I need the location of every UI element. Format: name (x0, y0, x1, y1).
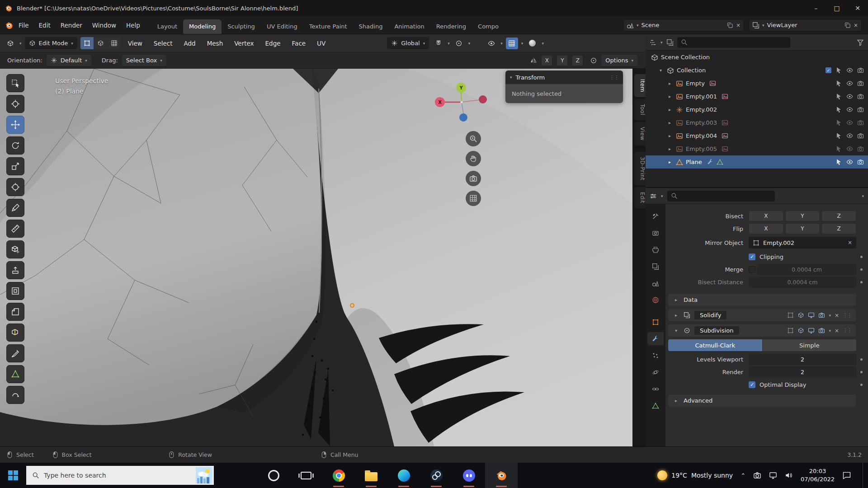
render-toggle-icon[interactable] (818, 327, 825, 334)
delete-modifier-icon[interactable]: × (835, 328, 839, 334)
tab-output[interactable] (647, 243, 664, 256)
menu-uv[interactable]: UV (313, 40, 330, 47)
tray-expand-chevron-icon[interactable]: ⌃ (741, 472, 745, 479)
on-cage-toggle-icon[interactable] (787, 312, 794, 319)
tab-rendering[interactable]: Rendering (430, 19, 472, 34)
expand-arrow-icon[interactable]: ▸ (666, 160, 673, 164)
meet-now-camera-icon[interactable] (753, 471, 761, 479)
select-arrow-icon[interactable] (835, 67, 842, 74)
delete-modifier-icon[interactable]: × (835, 312, 839, 319)
display-mode-icon[interactable] (666, 39, 674, 46)
show-desktop-button[interactable] (863, 463, 865, 488)
disable-render-icon[interactable] (857, 119, 864, 126)
outliner-row-empty-005[interactable]: ▸ Empty.005 (646, 142, 868, 155)
steam-app-icon[interactable] (420, 463, 453, 488)
blender-app-icon[interactable] (485, 463, 518, 488)
tab-tool[interactable] (647, 210, 664, 223)
disable-render-icon[interactable] (857, 106, 864, 113)
tab-modeling[interactable]: Modeling (183, 19, 222, 34)
select-arrow-icon[interactable] (835, 80, 842, 87)
inset-faces-tool[interactable] (6, 282, 24, 300)
outliner-row-empty-001[interactable]: ▸ Empty.001 (646, 90, 868, 103)
flip-y-button[interactable]: Y (785, 223, 820, 234)
tab-constraints[interactable] (647, 382, 664, 395)
taskbar-clock[interactable]: 20:03 07/06/2022 (801, 467, 835, 483)
mirror-z-button[interactable]: Z (572, 55, 583, 66)
transform-orientation-dropdown[interactable]: Global ▾ (387, 37, 429, 49)
bevel-tool[interactable] (6, 303, 24, 321)
render-toggle-icon[interactable] (818, 312, 825, 319)
spin-tool[interactable] (6, 386, 24, 404)
menu-help[interactable]: Help (121, 16, 145, 34)
transform-panel-header[interactable]: ▾ Transform ⋮⋮ (505, 70, 623, 84)
network-icon[interactable] (769, 471, 777, 479)
viewlayer-selector[interactable]: ▾ ViewLayer × (749, 19, 862, 31)
drag-dots-icon[interactable]: ⋮⋮ (843, 328, 852, 333)
cursor-tool[interactable] (6, 95, 24, 113)
animate-dot[interactable] (860, 371, 863, 373)
mirror-y-button[interactable]: Y (557, 55, 568, 66)
falloff-icon[interactable] (590, 57, 597, 64)
scene-selector[interactable]: ▾ Scene × (623, 19, 744, 31)
flip-x-button[interactable]: X (749, 223, 783, 234)
start-button[interactable] (0, 463, 26, 488)
recorder-app-icon[interactable] (257, 463, 290, 488)
tab-physics[interactable] (647, 366, 664, 379)
sidebar-tab-edit[interactable]: Edit (634, 187, 646, 208)
expand-arrow-icon[interactable]: ▸ (673, 313, 679, 318)
weather-widget[interactable]: 19°C Mostly sunny (657, 470, 733, 480)
animate-dot[interactable] (860, 358, 863, 361)
edge-select-button[interactable] (94, 37, 107, 49)
notification-center-icon[interactable] (842, 471, 851, 480)
menu-file[interactable]: File (14, 16, 34, 34)
expand-arrow-icon[interactable]: ▸ (666, 94, 673, 99)
minimize-button[interactable]: – (806, 0, 826, 16)
realtime-toggle-icon[interactable] (808, 327, 815, 334)
expand-arrow-icon[interactable]: ▸ (666, 107, 673, 112)
move-tool[interactable] (6, 116, 24, 134)
chrome-app-icon[interactable] (322, 463, 355, 488)
menu-view[interactable]: View (124, 40, 146, 47)
chevron-down-icon[interactable]: ▾ (862, 194, 864, 198)
mode-dropdown[interactable]: Edit Mode ▾ (25, 37, 77, 49)
filter-funnel-icon[interactable] (857, 39, 864, 46)
animate-dot[interactable] (860, 384, 863, 386)
tab-particles[interactable] (647, 349, 664, 362)
menu-face[interactable]: Face (288, 40, 310, 47)
snap-toggle-button[interactable] (432, 38, 444, 49)
poly-build-tool[interactable] (6, 365, 24, 383)
orientation-default-dropdown[interactable]: Default ▾ (47, 55, 91, 66)
tab-view-layer[interactable] (647, 260, 664, 273)
edit-mode-toggle-icon[interactable] (797, 327, 804, 334)
disable-render-icon[interactable] (857, 93, 864, 100)
merge-checkbox[interactable] (749, 266, 755, 273)
solidify-modifier-header[interactable]: ▸ Solidify ▾ × ⋮⋮ (668, 309, 856, 321)
navigation-gizmo[interactable]: Y X (430, 70, 494, 129)
taskbar-search-input[interactable]: Type here to search (26, 466, 214, 485)
task-view-button[interactable] (290, 463, 322, 488)
advanced-panel-header[interactable]: ▸ Advanced (668, 394, 856, 407)
hide-eye-icon[interactable] (846, 132, 853, 139)
mirror-object-field[interactable]: Empty.002 × (749, 237, 856, 249)
menu-window[interactable]: Window (87, 16, 121, 34)
visibility-dropdown[interactable] (485, 38, 497, 49)
disable-render-icon[interactable] (857, 159, 864, 165)
tab-shading[interactable]: Shading (353, 19, 389, 34)
sidebar-tab-3d-print[interactable]: 3D-Print (634, 152, 646, 185)
unlink-scene-icon[interactable]: × (736, 22, 741, 28)
ortho-toggle-button[interactable] (466, 191, 481, 206)
knife-tool[interactable] (6, 344, 24, 362)
volume-icon[interactable] (785, 471, 793, 479)
outliner-row-empty-003[interactable]: ▸ Empty.003 (646, 116, 868, 129)
select-arrow-icon[interactable] (835, 159, 842, 165)
shading-dropdown[interactable] (526, 38, 538, 49)
annotate-tool[interactable] (6, 199, 24, 217)
bisect-distance-field[interactable]: 0.0004 cm (749, 277, 856, 288)
expand-arrow-icon[interactable]: ▸ (666, 81, 673, 86)
extras-chevron-icon[interactable]: ▾ (829, 313, 831, 318)
bisect-y-button[interactable]: Y (785, 211, 820, 221)
tab-world[interactable] (647, 293, 664, 306)
sidebar-tab-tool[interactable]: Tool (634, 99, 646, 120)
hide-eye-icon[interactable] (846, 93, 853, 100)
outliner-row-empty-002[interactable]: ▸ Empty.002 (646, 103, 868, 116)
